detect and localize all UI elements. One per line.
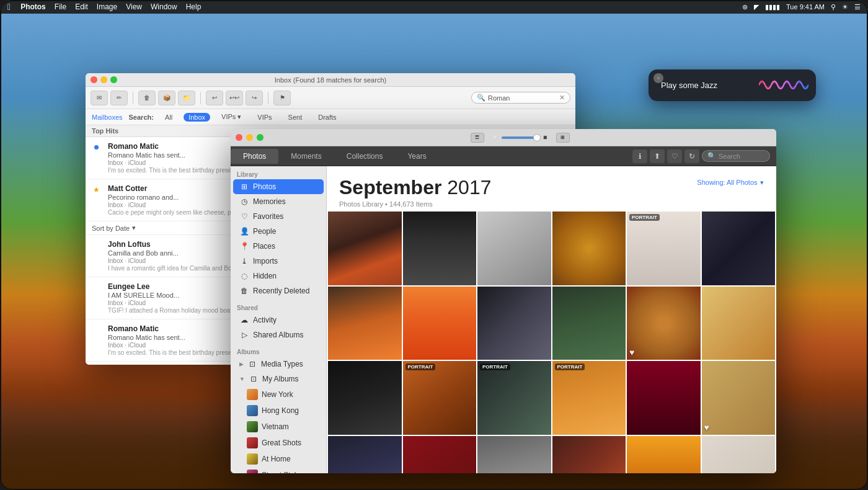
maximize-button[interactable] (110, 76, 117, 83)
forward-button[interactable]: ↪ (246, 91, 263, 105)
menubar-window[interactable]: Window (151, 2, 177, 11)
mail-search-value[interactable]: Roman (488, 94, 510, 102)
flag-button[interactable]: ⚑ (273, 91, 291, 105)
photo-cell[interactable] (403, 212, 477, 285)
showing-label[interactable]: Showing: All Photos (697, 179, 757, 186)
sidebar-item-hidden[interactable]: ◌ Hidden (233, 269, 324, 283)
menubar-edit[interactable]: Edit (75, 2, 88, 11)
archive-button[interactable]: 📦 (158, 91, 175, 105)
photo-cell[interactable]: ♥ (702, 361, 776, 435)
photo-cell[interactable] (477, 287, 551, 360)
sidebar-item-at-home[interactable]: At Home (233, 451, 324, 467)
menubar-app-name[interactable]: Photos (20, 2, 46, 11)
sidebar-item-photos[interactable]: ⊞ Photos (233, 179, 324, 194)
mail-search-bar[interactable]: 🔍 Roman ✕ (471, 92, 570, 104)
photo-cell[interactable] (328, 212, 402, 285)
photo-cell[interactable]: portrait (403, 361, 477, 435)
sidebar-item-street-style[interactable]: Street Style (233, 467, 324, 473)
photo-cell[interactable] (627, 361, 701, 435)
tab-years[interactable]: Years (395, 149, 438, 164)
photo-cell[interactable] (627, 436, 701, 474)
photos-close-button[interactable] (236, 134, 242, 141)
photo-cell[interactable] (702, 212, 776, 285)
sidebar-item-hong-kong[interactable]: Hong Kong (233, 403, 324, 419)
share-button[interactable]: ⬆ (650, 149, 665, 163)
sidebar-item-memories[interactable]: ◷ Memories (233, 194, 324, 209)
menubar-help[interactable]: Help (186, 2, 202, 11)
reply-all-button[interactable]: ↩↩ (226, 91, 243, 105)
info-button[interactable]: ℹ (632, 149, 647, 163)
filter-inbox[interactable]: Inbox (184, 113, 210, 122)
tab-collections[interactable]: Collections (334, 149, 396, 164)
slider-track[interactable] (502, 136, 539, 139)
photo-image (552, 436, 626, 474)
sidebar-item-places[interactable]: 📍 Places (233, 239, 324, 254)
new-message-button[interactable]: ✏ (110, 91, 128, 105)
photo-cell[interactable] (702, 287, 776, 360)
sidebar-item-people[interactable]: 👤 People (233, 224, 324, 239)
photo-cell[interactable]: portrait (477, 361, 551, 435)
compose-button[interactable]: ✉ (91, 91, 108, 105)
menubar-view[interactable]: View (126, 2, 142, 11)
heart-button[interactable]: ♡ (667, 149, 682, 163)
photos-maximize-button[interactable] (257, 134, 264, 141)
photo-cell[interactable]: ♥ (627, 287, 701, 360)
split-view-button[interactable]: ⊞ (556, 133, 570, 143)
sidebar-item-great-shots[interactable]: Great Shots (233, 435, 324, 451)
zoom-slider[interactable]: ◽ ◾ (492, 134, 549, 141)
photo-cell[interactable] (552, 212, 626, 285)
sidebar-item-vietnam[interactable]: Vietnam (233, 419, 324, 435)
minimize-button[interactable] (100, 76, 107, 83)
sidebar-item-recently-deleted[interactable]: 🗑 Recently Deleted (233, 283, 324, 298)
sidebar-item-activity[interactable]: ☁ Activity (233, 313, 324, 327)
rotate-button[interactable]: ↻ (684, 149, 699, 163)
menubar-image[interactable]: Image (97, 2, 117, 11)
photo-cell[interactable] (552, 287, 626, 360)
photo-cell[interactable] (477, 212, 551, 285)
sidebar-toggle-button[interactable]: ☰ (471, 133, 484, 143)
tab-photos[interactable]: Photos (231, 149, 278, 164)
photos-show-select[interactable]: Showing: All Photos ▾ (697, 176, 764, 187)
photo-cell[interactable]: portrait (552, 361, 626, 435)
photo-cell[interactable] (328, 436, 402, 474)
filter-flagged[interactable]: Drafts (313, 113, 341, 122)
photo-cell[interactable] (403, 287, 477, 360)
menubar-file[interactable]: File (55, 2, 66, 11)
slider-thumb[interactable] (533, 134, 541, 141)
close-button[interactable] (91, 76, 97, 83)
sidebar-item-favorites[interactable]: ♡ Favorites (233, 209, 324, 224)
sort-label[interactable]: Sort by Date (92, 225, 130, 232)
filter-all[interactable]: All (160, 113, 177, 122)
photos-search-placeholder[interactable]: Search (719, 153, 740, 160)
photos-titlebar: ☰ ◽ ◾ ⊞ (231, 129, 776, 146)
photo-cell[interactable] (702, 436, 776, 474)
filter-vips[interactable]: VIPs ▾ (216, 112, 246, 122)
photos-minimize-button[interactable] (246, 134, 253, 141)
photo-cell[interactable] (328, 361, 402, 435)
reply-button[interactable]: ↩ (206, 91, 223, 105)
move-button[interactable]: 📁 (178, 91, 195, 105)
menu-icon[interactable]: ☰ (854, 3, 861, 11)
tab-moments[interactable]: Moments (278, 149, 334, 164)
photos-search-bar[interactable]: 🔍 Search (702, 150, 770, 162)
filter-sent[interactable]: VIPs (252, 113, 277, 122)
sidebar-item-media-types[interactable]: ▶ ⊡ Media Types (233, 357, 324, 372)
photo-cell[interactable] (328, 287, 402, 360)
search-icon[interactable]: ⚲ (831, 3, 836, 11)
mail-sender: Eungee Lee (108, 282, 149, 291)
mailboxes-label[interactable]: Mailboxes (92, 114, 123, 121)
siri-close-button[interactable]: × (653, 73, 663, 83)
photo-cell[interactable]: portrait (627, 212, 701, 285)
photo-cell[interactable] (477, 436, 551, 474)
apple-logo-icon[interactable]:  (7, 2, 11, 12)
photo-cell[interactable] (403, 436, 477, 474)
sidebar-item-shared-albums[interactable]: ▷ Shared Albums (233, 327, 324, 342)
sidebar-item-new-york[interactable]: New York (233, 386, 324, 403)
clear-search-button[interactable]: ✕ (559, 94, 565, 102)
sidebar-item-imports[interactable]: ⤓ Imports (233, 254, 324, 269)
sidebar-item-my-albums[interactable]: ▼ ⊡ My Albums (233, 372, 324, 386)
delete-button[interactable]: 🗑 (138, 91, 156, 105)
filter-drafts[interactable]: Sent (283, 113, 308, 122)
photo-cell[interactable]: ♥ (552, 436, 626, 474)
user-icon[interactable]: ☀ (842, 3, 848, 11)
